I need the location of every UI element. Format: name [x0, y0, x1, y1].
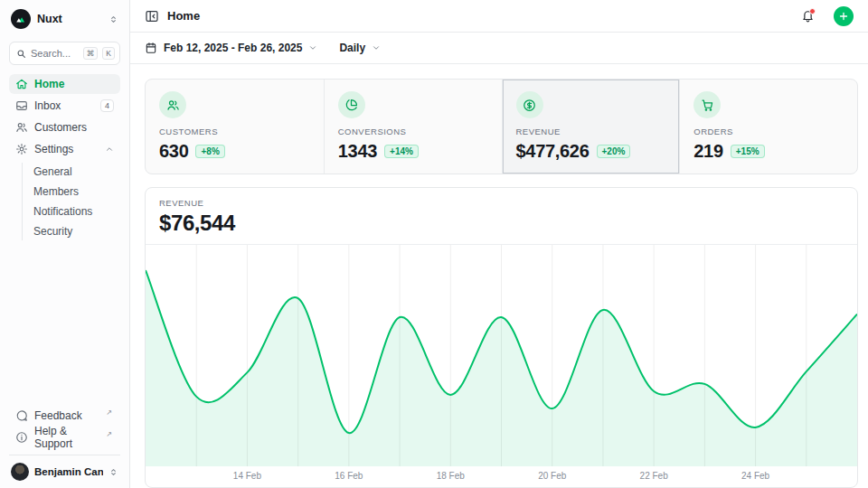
team-switcher[interactable]: Nuxt — [9, 0, 120, 36]
collapse-sidebar-icon[interactable] — [145, 9, 159, 23]
x-axis-label: 16 Feb — [335, 471, 363, 481]
sidebar-footer-nav: Feedback ↗ Help & Support ↗ — [9, 406, 120, 455]
nuxt-logo-icon — [11, 9, 31, 29]
chart-current-value: $76,544 — [159, 211, 844, 236]
settings-sub-nav: General Members Notifications Security — [22, 163, 120, 240]
app-window: Nuxt Search... ⌘ K Home — [0, 0, 868, 488]
user-name: Benjamin Canac — [34, 466, 103, 477]
period-select[interactable]: Daily — [339, 42, 381, 54]
x-axis-label: 14 Feb — [233, 471, 261, 481]
stat-label: REVENUE — [516, 127, 666, 136]
external-link-icon: ↗ — [106, 430, 112, 438]
stat-label: CONVERSIONS — [338, 127, 488, 136]
chevron-down-icon — [372, 43, 381, 52]
sidebar-item-label: Home — [34, 78, 114, 90]
sidebar-spacer — [9, 242, 120, 406]
revenue-area-chart[interactable] — [146, 245, 857, 466]
stat-delta-badge: +14% — [384, 145, 419, 158]
kbd-cmd: ⌘ — [83, 47, 99, 60]
info-icon — [15, 431, 28, 444]
users-icon — [159, 91, 186, 118]
x-axis-label: 18 Feb — [437, 471, 465, 481]
stat-value: $477,626 — [516, 141, 590, 162]
sidebar-item-feedback[interactable]: Feedback ↗ — [9, 406, 120, 426]
sidebar: Nuxt Search... ⌘ K Home — [0, 0, 130, 488]
cart-icon — [693, 91, 721, 118]
search-placeholder: Search... — [31, 48, 79, 59]
filters-toolbar: Feb 12, 2025 - Feb 26, 2025 Daily — [130, 33, 868, 64]
stat-card-customers[interactable]: CUSTOMERS 630 +8% — [146, 80, 324, 174]
calendar-icon — [145, 42, 157, 54]
add-button[interactable] — [834, 6, 854, 26]
sidebar-item-label: Help & Support — [34, 425, 101, 450]
stat-card-conversions[interactable]: CONVERSIONS 1343 +14% — [324, 80, 502, 174]
stat-value: 219 — [693, 141, 722, 162]
stat-delta-badge: +15% — [731, 145, 765, 158]
x-axis: 14 Feb16 Feb18 Feb20 Feb22 Feb24 Feb — [146, 466, 857, 487]
users-icon — [15, 121, 28, 134]
chevron-select-icon — [108, 14, 118, 24]
inbox-count-badge: 4 — [100, 99, 114, 112]
notifications-bell-icon[interactable] — [801, 9, 815, 23]
chart-title: REVENUE — [159, 198, 844, 208]
main-area: Home Feb 12, 2025 - Feb 26, 2025 Daily — [130, 0, 868, 488]
stat-delta-badge: +20% — [597, 145, 631, 158]
date-range-picker[interactable]: Feb 12, 2025 - Feb 26, 2025 — [145, 42, 317, 54]
search-icon — [16, 49, 26, 59]
stat-delta-badge: +8% — [195, 145, 224, 158]
team-name: Nuxt — [37, 13, 102, 25]
external-link-icon: ↗ — [106, 408, 112, 417]
sidebar-item-notifications[interactable]: Notifications — [33, 202, 120, 221]
sidebar-item-inbox[interactable]: Inbox 4 — [9, 96, 120, 116]
x-axis-label: 24 Feb — [741, 471, 769, 481]
home-icon — [15, 78, 28, 90]
stat-value: 1343 — [338, 141, 377, 162]
sidebar-item-label: Inbox — [34, 99, 94, 112]
chevron-up-icon — [105, 145, 114, 154]
user-menu[interactable]: Benjamin Canac — [9, 455, 120, 488]
sidebar-item-settings[interactable]: Settings — [9, 139, 120, 159]
chart-header: REVENUE $76,544 — [146, 188, 857, 245]
sidebar-item-label: Feedback — [34, 409, 101, 422]
x-axis-label: 20 Feb — [538, 471, 566, 481]
search-input[interactable]: Search... ⌘ K — [9, 42, 120, 65]
stat-card-orders[interactable]: ORDERS 219 +15% — [679, 80, 857, 174]
sidebar-item-security[interactable]: Security — [33, 222, 120, 240]
topbar: Home — [130, 0, 868, 33]
chart-svg — [146, 245, 857, 466]
sidebar-item-general[interactable]: General — [33, 163, 120, 181]
avatar — [11, 463, 29, 481]
chevron-select-icon — [108, 467, 118, 477]
stat-value: 630 — [159, 141, 188, 162]
revenue-chart-card: REVENUE $76,544 14 Feb16 Feb18 Feb20 Feb… — [145, 187, 858, 488]
sidebar-item-label: Customers — [34, 121, 114, 134]
sidebar-item-label: Settings — [34, 143, 99, 155]
stat-label: CUSTOMERS — [159, 127, 310, 136]
sidebar-item-home[interactable]: Home — [9, 74, 120, 94]
chevron-down-icon — [308, 43, 317, 52]
sidebar-item-customers[interactable]: Customers — [9, 117, 120, 137]
stats-panel: CUSTOMERS 630 +8% CONVERSIONS 1343 +14% — [145, 79, 858, 174]
period-value: Daily — [339, 42, 365, 54]
sidebar-item-help-support[interactable]: Help & Support ↗ — [9, 427, 120, 447]
sidebar-item-members[interactable]: Members — [33, 183, 120, 201]
kbd-k: K — [102, 47, 115, 60]
page-title: Home — [167, 9, 793, 23]
pie-chart-icon — [338, 91, 365, 118]
stat-card-revenue[interactable]: REVENUE $477,626 +20% — [502, 80, 680, 174]
gear-icon — [15, 143, 28, 155]
chat-bubble-icon — [15, 409, 28, 422]
dollar-circle-icon — [516, 91, 543, 118]
stat-label: ORDERS — [693, 127, 844, 136]
dashboard-content: CUSTOMERS 630 +8% CONVERSIONS 1343 +14% — [130, 64, 868, 488]
date-range-value: Feb 12, 2025 - Feb 26, 2025 — [164, 42, 302, 54]
sidebar-nav: Home Inbox 4 Customers Settings — [9, 74, 120, 242]
x-axis-label: 22 Feb — [640, 471, 668, 481]
inbox-icon — [15, 99, 28, 112]
